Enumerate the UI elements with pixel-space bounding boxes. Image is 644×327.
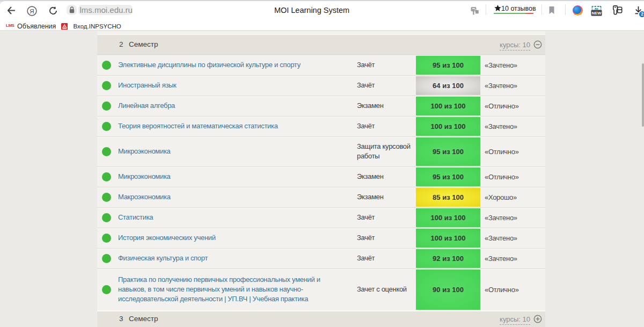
svg-text:NEW: NEW (591, 11, 601, 16)
svg-text:Я: Я (30, 8, 34, 14)
